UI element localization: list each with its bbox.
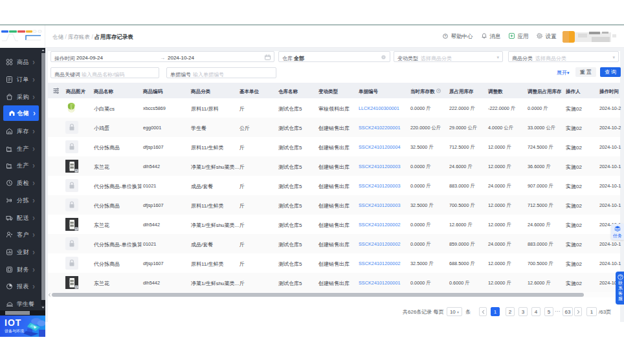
svg-text:?: ? [438,89,440,92]
svg-text:?: ? [445,34,447,38]
